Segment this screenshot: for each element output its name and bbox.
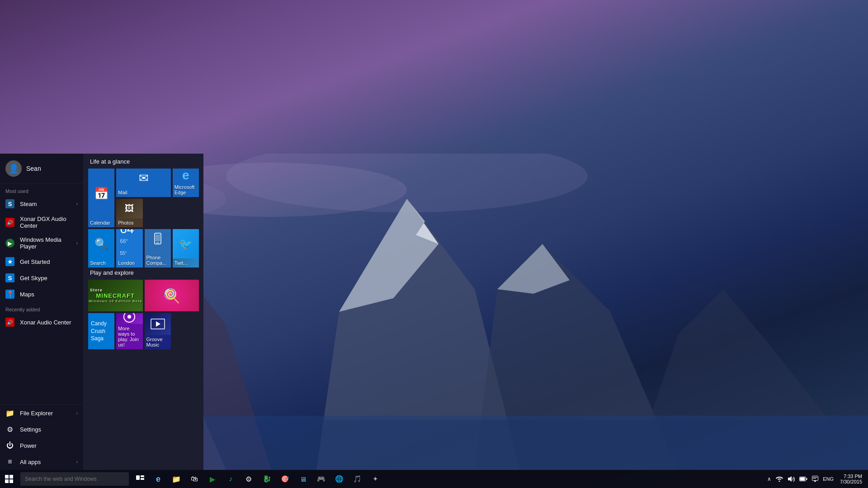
taskbar-icon-app14[interactable]: ✦: [366, 470, 384, 488]
taskbar-icon-app13[interactable]: 🎵: [348, 470, 366, 488]
mail-tile-label: Mail: [116, 188, 171, 197]
user-name: Sean: [26, 165, 41, 172]
more-ways-text: Candy Crush Saga: [91, 320, 112, 343]
taskbar-search-input[interactable]: [20, 472, 129, 486]
tray-volume-icon[interactable]: [786, 470, 797, 488]
menu-item-windows-media-player[interactable]: ▶ Windows Media Player ›: [0, 233, 83, 253]
taskbar-icon-app12[interactable]: 🌐: [330, 470, 348, 488]
svg-marker-6: [316, 199, 520, 470]
file-explorer-chevron: ›: [76, 411, 78, 416]
tile-phone-companion[interactable]: Phone Compa...: [145, 229, 171, 267]
edge-taskbar-icon: e: [156, 474, 160, 484]
task-view-icon: [136, 475, 144, 483]
svg-rect-12: [181, 416, 868, 470]
menu-item-all-apps[interactable]: ≡ All apps ›: [0, 454, 83, 470]
menu-item-power[interactable]: ⏻ Power: [0, 437, 83, 454]
taskbar-icon-app10[interactable]: 🖥: [294, 470, 312, 488]
tile-weather[interactable]: Mostly Sunny 64° 66° 55° London: [116, 229, 142, 267]
clock-time: 7:33 PM: [844, 474, 862, 479]
phone-icon: [151, 232, 165, 250]
svg-marker-21: [156, 321, 160, 327]
taskbar-icon-task-view[interactable]: [131, 470, 149, 488]
app12-taskbar-icon: 🌐: [335, 475, 344, 483]
tray-overflow-chevron[interactable]: ∧: [765, 470, 773, 488]
menu-item-xonar-audio-label: Xonar Audio Center: [20, 319, 71, 326]
app13-taskbar-icon: 🎵: [353, 475, 362, 483]
svg-marker-10: [497, 244, 570, 294]
clock[interactable]: 7:33 PM 7/30/2015: [836, 474, 866, 484]
menu-item-xonar-audio[interactable]: 🔊 Xonar Audio Center: [0, 314, 83, 330]
most-used-label: Most used: [0, 184, 83, 196]
menu-item-maps[interactable]: 📍 Maps: [0, 286, 83, 302]
menu-item-maps-label: Maps: [20, 291, 34, 298]
start-menu-tiles: Life at a glance 📅 Calendar ✉ Mail: [84, 154, 203, 470]
taskbar-apps: e 📁 🛍 ▶ ♪ ⚙ 🐉 🎯 🖥 🎮 🌐: [131, 470, 384, 488]
tile-calendar[interactable]: 📅 Calendar: [88, 169, 114, 227]
tile-groove-music[interactable]: More ways to play. Join us!: [116, 313, 142, 349]
menu-item-get-skype[interactable]: S Get Skype: [0, 270, 83, 286]
tile-edge[interactable]: e Microsoft Edge: [173, 169, 199, 197]
svg-marker-26: [788, 476, 792, 482]
tray-battery-icon[interactable]: [797, 470, 809, 488]
menu-item-get-started-label: Get Started: [20, 258, 50, 265]
menu-item-settings-label: Settings: [20, 426, 41, 433]
app14-taskbar-icon: ✦: [373, 475, 378, 483]
taskbar-icon-app9[interactable]: 🎯: [276, 470, 294, 488]
svg-point-1: [226, 154, 588, 212]
taskbar-icon-store[interactable]: 🛍: [185, 470, 203, 488]
svg-rect-23: [141, 475, 144, 477]
tile-more-ways[interactable]: Candy Crush Saga: [88, 313, 114, 349]
app11-taskbar-icon: 🎮: [317, 475, 326, 483]
start-button[interactable]: [0, 470, 18, 488]
taskbar-icon-edge[interactable]: e: [149, 470, 167, 488]
explorer-taskbar-icon: 📁: [172, 475, 181, 483]
taskbar-tray: ∧: [765, 470, 868, 488]
svg-rect-16: [156, 243, 159, 243]
steam-chevron: ›: [76, 202, 78, 206]
svg-point-19: [127, 315, 131, 319]
store-label-small: Store: [88, 288, 103, 292]
weather-tile-label: London: [116, 258, 142, 267]
menu-item-file-explorer[interactable]: 📁 File Explorer ›: [0, 405, 83, 421]
taskbar: e 📁 🛍 ▶ ♪ ⚙ 🐉 🎯 🖥 🎮 🌐: [0, 470, 868, 488]
start-menu-left-panel: 👤 Sean Most used S Steam › 🔊 Xonar DGX A…: [0, 154, 84, 470]
action-center-icon: [812, 476, 818, 482]
phone-tile-content: [145, 229, 171, 253]
svg-marker-9: [475, 244, 678, 470]
taskbar-icon-media-player[interactable]: ▶: [203, 470, 222, 488]
user-avatar: 👤: [5, 160, 22, 177]
taskbar-icon-explorer[interactable]: 📁: [167, 470, 185, 488]
taskbar-icon-spotify[interactable]: ♪: [222, 470, 240, 488]
app7-taskbar-icon: ⚙: [245, 475, 252, 483]
svg-marker-31: [814, 481, 816, 483]
photos-tile-label: Photos: [116, 218, 142, 227]
taskbar-icon-app8[interactable]: 🐉: [258, 470, 276, 488]
tile-mail[interactable]: ✉ Mail: [116, 169, 171, 197]
tile-search[interactable]: 🔍 Search: [88, 229, 114, 267]
menu-item-settings[interactable]: ⚙ Settings: [0, 421, 83, 437]
svg-marker-7: [339, 199, 439, 312]
menu-item-file-explorer-label: File Explorer: [20, 410, 53, 417]
weather-temp: 64° 66°: [120, 229, 139, 251]
menu-item-steam-label: Steam: [20, 201, 37, 207]
play-and-explore-label: Play and explore: [88, 269, 199, 276]
menu-item-steam[interactable]: S Steam ›: [0, 196, 83, 212]
tile-movies-tv[interactable]: Groove Music: [145, 313, 171, 349]
taskbar-icon-app7[interactable]: ⚙: [240, 470, 258, 488]
taskbar-icon-app11[interactable]: 🎮: [312, 470, 330, 488]
menu-item-xonar-dgx[interactable]: 🔊 Xonar DGX Audio Center: [0, 212, 83, 233]
windows-logo-icon: [5, 475, 13, 483]
tile-candy-crush[interactable]: 🍭: [145, 280, 199, 311]
menu-item-get-started[interactable]: ★ Get Started: [0, 253, 83, 270]
tile-photos[interactable]: 🖼 Photos: [116, 199, 142, 227]
svg-rect-22: [136, 475, 140, 480]
tile-twitter[interactable]: 🐦 Twit...: [173, 229, 199, 267]
tray-network-icon[interactable]: [774, 470, 785, 488]
twitter-tile-content: 🐦: [173, 229, 199, 258]
store-taskbar-icon: 🛍: [191, 475, 198, 483]
mail-icon: ✉: [116, 169, 171, 188]
tile-minecraft[interactable]: Store MINECRAFT Windows 10 Edition Beta: [88, 280, 143, 311]
user-section[interactable]: 👤 Sean: [0, 154, 83, 184]
language-indicator[interactable]: ENG: [821, 470, 835, 488]
tray-action-center[interactable]: [810, 470, 820, 488]
